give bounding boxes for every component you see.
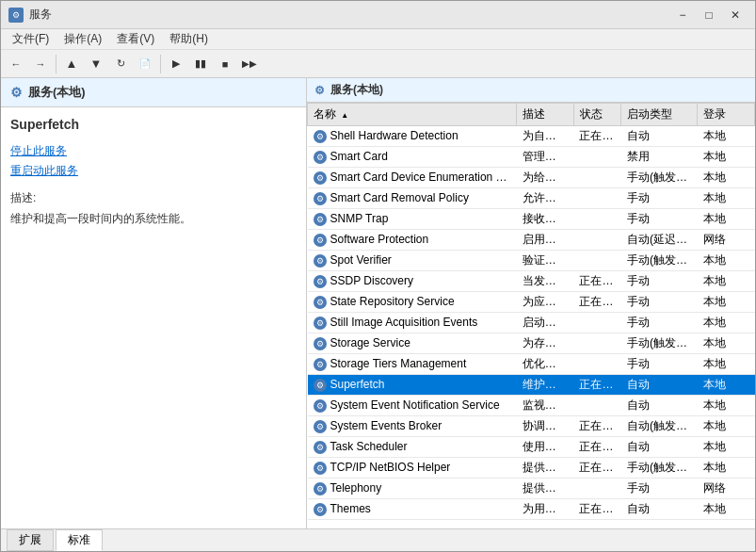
- col-header-desc[interactable]: 描述: [517, 104, 574, 126]
- menu-action[interactable]: 操作(A): [56, 29, 109, 49]
- service-desc-cell: 为存…: [517, 333, 574, 354]
- service-icon: ⚙: [314, 317, 327, 330]
- service-start-cell: 手动: [621, 271, 698, 292]
- table-row[interactable]: ⚙Shell Hardware Detection 为自… 正在… 自动 本地: [308, 126, 755, 147]
- table-row[interactable]: ⚙Smart Card 管理… 禁用 本地: [308, 147, 755, 168]
- col-header-start[interactable]: 启动类型: [621, 104, 698, 126]
- service-start-cell: 手动(触发…: [621, 458, 698, 479]
- service-icon: ⚙: [314, 130, 327, 143]
- service-name-cell: ⚙Shell Hardware Detection: [308, 126, 517, 147]
- title-bar-left: ⚙ 服务: [8, 7, 52, 23]
- menu-file[interactable]: 文件(F): [5, 29, 56, 49]
- service-login-cell: 网络: [698, 230, 755, 251]
- table-row[interactable]: ⚙SNMP Trap 接收… 手动 本地: [308, 209, 755, 230]
- table-row[interactable]: ⚙State Repository Service 为应… 正在… 手动 本地: [308, 292, 755, 313]
- close-button[interactable]: ✕: [723, 6, 748, 24]
- service-name-cell: ⚙Smart Card Removal Policy: [308, 188, 517, 209]
- service-icon: ⚙: [314, 462, 327, 475]
- service-icon: ⚙: [314, 151, 327, 164]
- table-row[interactable]: ⚙System Events Broker 协调… 正在… 自动(触发… 本地: [308, 416, 755, 437]
- col-header-login[interactable]: 登录: [698, 104, 755, 126]
- show-hide-button[interactable]: ▼: [85, 53, 107, 75]
- table-row[interactable]: ⚙SSDP Discovery 当发… 正在… 手动 本地: [308, 271, 755, 292]
- tab-extended[interactable]: 扩展: [7, 529, 54, 551]
- services-tbody: ⚙Shell Hardware Detection 为自… 正在… 自动 本地 …: [308, 126, 755, 520]
- toolbar-separator-2: [160, 55, 161, 73]
- minimize-button[interactable]: −: [670, 6, 695, 24]
- restart-service-link[interactable]: 重启动此服务: [10, 163, 297, 179]
- service-name-cell: ⚙Task Scheduler: [308, 437, 517, 458]
- stop-button[interactable]: ■: [214, 53, 236, 75]
- table-row[interactable]: ⚙Telephony 提供… 手动 网络: [308, 479, 755, 499]
- service-status-cell: 正在…: [573, 271, 621, 292]
- table-row[interactable]: ⚙Still Image Acquisition Events 启动… 手动 本…: [308, 313, 755, 333]
- service-start-cell: 手动: [621, 188, 698, 209]
- refresh-button[interactable]: ↻: [109, 53, 132, 75]
- service-login-cell: 本地: [698, 354, 755, 375]
- table-row[interactable]: ⚙Storage Service 为存… 手动(触发… 本地: [308, 333, 755, 354]
- service-desc-cell: 维护…: [517, 375, 574, 396]
- tab-standard[interactable]: 标准: [56, 529, 103, 551]
- services-table-container[interactable]: 名称 ▲ 描述 状态 启动类型 登录 ⚙Shell Hardware Detec…: [307, 103, 755, 528]
- service-login-cell: 本地: [698, 437, 755, 458]
- service-login-cell: 本地: [698, 147, 755, 168]
- menu-view[interactable]: 查看(V): [109, 29, 162, 49]
- table-row[interactable]: ⚙Storage Tiers Management 优化… 手动 本地: [308, 354, 755, 375]
- col-header-name[interactable]: 名称 ▲: [308, 104, 517, 126]
- service-start-cell: 自动: [621, 375, 698, 396]
- right-panel-title: 服务(本地): [330, 82, 383, 98]
- table-row[interactable]: ⚙Smart Card Removal Policy 允许… 手动 本地: [308, 188, 755, 209]
- service-login-cell: 本地: [698, 458, 755, 479]
- right-panel-icon: ⚙: [314, 84, 325, 97]
- back-button[interactable]: ←: [5, 53, 27, 75]
- table-row[interactable]: ⚙Smart Card Device Enumeration Servi... …: [308, 168, 755, 188]
- service-name-cell: ⚙Smart Card Device Enumeration Servi...: [308, 168, 517, 188]
- table-row[interactable]: ⚙Superfetch 维护… 正在… 自动 本地: [308, 375, 755, 396]
- service-login-cell: 本地: [698, 271, 755, 292]
- right-panel: ⚙ 服务(本地) 名称 ▲ 描述 状态 启动类型 登录: [307, 78, 755, 528]
- service-status-cell: 正在…: [573, 437, 621, 458]
- service-name-cell: ⚙Telephony: [308, 479, 517, 499]
- play-button[interactable]: ▶: [165, 53, 187, 75]
- service-status-cell: 正在…: [573, 416, 621, 437]
- table-row[interactable]: ⚙System Event Notification Service 监视… 自…: [308, 396, 755, 416]
- table-row[interactable]: ⚙Spot Verifier 验证… 手动(触发… 本地: [308, 251, 755, 271]
- export-button[interactable]: 📄: [134, 53, 156, 75]
- right-panel-header: ⚙ 服务(本地): [307, 78, 755, 103]
- stop-service-link[interactable]: 停止此服务: [10, 143, 297, 159]
- service-icon: ⚙: [314, 275, 327, 288]
- left-panel-content: Superfetch 停止此服务 重启动此服务 描述: 维护和提高一段时间内的系…: [1, 107, 306, 528]
- service-login-cell: 本地: [698, 416, 755, 437]
- service-login-cell: 本地: [698, 126, 755, 147]
- service-login-cell: 本地: [698, 188, 755, 209]
- table-row[interactable]: ⚙Themes 为用… 正在… 自动 本地: [308, 499, 755, 520]
- service-login-cell: 网络: [698, 479, 755, 499]
- service-start-cell: 手动: [621, 479, 698, 499]
- service-desc-cell: 允许…: [517, 188, 574, 209]
- content-area: ⚙ 服务(本地) Superfetch 停止此服务 重启动此服务 描述: 维护和…: [1, 78, 755, 528]
- left-panel-title: 服务(本地): [28, 84, 86, 101]
- service-name-cell: ⚙Storage Service: [308, 333, 517, 354]
- maximize-button[interactable]: □: [697, 6, 721, 24]
- up-button[interactable]: ▲: [60, 53, 83, 75]
- service-status-cell: 正在…: [573, 375, 621, 396]
- table-row[interactable]: ⚙TCP/IP NetBIOS Helper 提供… 正在… 手动(触发… 本地: [308, 458, 755, 479]
- pause-button[interactable]: ▮▮: [189, 53, 212, 75]
- menu-help[interactable]: 帮助(H): [162, 29, 216, 49]
- restart-button[interactable]: ▶▶: [238, 53, 261, 75]
- service-name-cell: ⚙System Events Broker: [308, 416, 517, 437]
- table-header-row: 名称 ▲ 描述 状态 启动类型 登录: [308, 104, 755, 126]
- table-row[interactable]: ⚙Software Protection 启用… 自动(延迟… 网络: [308, 230, 755, 251]
- service-start-cell: 手动(触发…: [621, 168, 698, 188]
- col-header-status[interactable]: 状态: [573, 104, 621, 126]
- service-icon: ⚙: [314, 192, 327, 205]
- service-start-cell: 禁用: [621, 147, 698, 168]
- service-status-cell: [573, 188, 621, 209]
- sort-arrow: ▲: [341, 111, 348, 120]
- service-status-cell: [573, 147, 621, 168]
- service-login-cell: 本地: [698, 333, 755, 354]
- forward-button[interactable]: →: [29, 53, 52, 75]
- table-row[interactable]: ⚙Task Scheduler 使用… 正在… 自动 本地: [308, 437, 755, 458]
- services-window: ⚙ 服务 − □ ✕ 文件(F) 操作(A) 查看(V) 帮助(H) ← → ▲…: [0, 0, 756, 552]
- service-icon: ⚙: [314, 213, 327, 226]
